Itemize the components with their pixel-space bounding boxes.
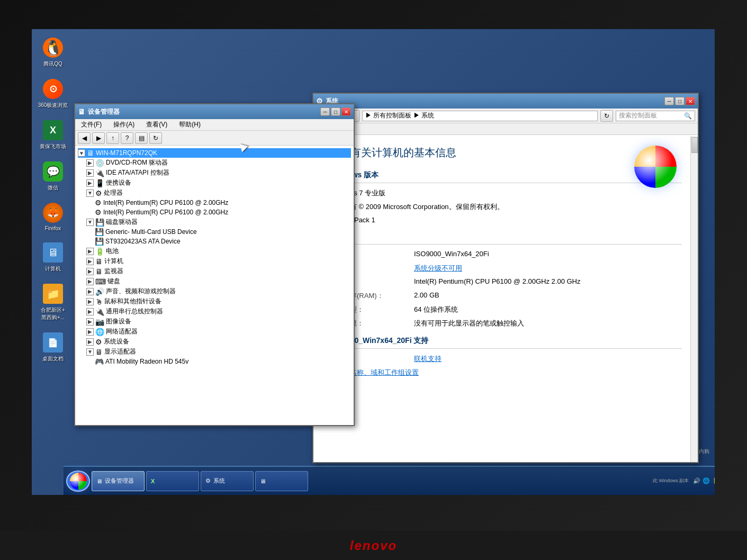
tree-toggle-dvd[interactable]: ▶ [86,159,94,167]
address-box[interactable]: ▶ 所有控制面板 ▶ 系统 [362,111,598,121]
tray-icon-2: 🌐 [703,477,710,484]
maximize-button[interactable]: □ [331,107,340,116]
audio-icon: 🔊 [95,287,104,296]
sidebar-item-360[interactable]: ⊙ 360极速浏览 [34,78,71,109]
tree-keyboard[interactable]: ▶ ⌨ 键盘 [78,276,351,286]
search-box[interactable]: 搜索控制面板 🔍 [616,111,695,121]
toolbar-back[interactable]: ◀ [78,132,91,144]
scrollbar-thumb[interactable] [691,137,698,153]
tree-disk-label: 磁盘驱动器 [106,218,138,227]
sysinfo-window-controls: ─ □ ✕ [664,97,695,105]
tree-dvd[interactable]: ▶ 💿 DVD/CD-ROM 驱动器 [78,158,351,168]
tree-image[interactable]: ▶ 📷 图像设备 [78,317,351,327]
qq-icon: 🐧 [43,38,63,58]
start-button[interactable] [66,471,90,492]
toolbar-refresh[interactable]: ↻ [149,132,162,144]
sidebar-item-folder[interactable]: 📁 合肥新区+黑西购+... [34,283,71,321]
sysinfo-maximize-button[interactable]: □ [675,97,685,105]
dvd-icon: 💿 [95,159,104,167]
toolbar-up[interactable]: ↑ [106,132,119,144]
tree-portable[interactable]: ▶ 📱 便携设备 [78,178,351,188]
sysinfo-close-button[interactable]: ✕ [686,97,695,105]
toolbar-help[interactable]: ? [121,132,133,144]
taskbar-dm-icon: 🖥 [96,478,102,484]
tree-ide-label: IDE ATA/ATAPI 控制器 [106,168,169,177]
windows-copyright-row: 版权所有 © 2009 Microsoft Corporation。保留所有权利… [329,202,682,212]
sidebar-item-wechat[interactable]: 💬 微信 [34,161,71,192]
menu-help[interactable]: 帮助(H) [176,119,204,130]
tree-toggle-processor[interactable]: ▼ [86,189,94,197]
menu-view[interactable]: 查看(V) [143,119,170,130]
tree-ati[interactable]: 🎮 ATI Mobility Radeon HD 545v [78,357,351,366]
tree-toggle-portable[interactable]: ▶ [86,179,94,187]
tree-ide[interactable]: ▶ 🔌 IDE ATA/ATAPI 控制器 [78,168,351,178]
tree-cpu1[interactable]: ⚙ Intel(R) Pentium(R) CPU P6100 @ 2.00GH… [78,198,351,207]
tree-st-label: ST9320423AS ATA Device [105,238,181,245]
tree-usb-ctrl[interactable]: ▶ 🔌 通用串行总线控制器 [78,306,351,317]
tree-usb[interactable]: 💾 Generic- Multi-Card USB Device [78,227,351,237]
scrollbar[interactable] [690,136,698,462]
tree-toggle-root[interactable]: ▼ [78,149,85,157]
sidebar-item-firefox[interactable]: 🦊 Firefox [34,202,71,231]
tree-toggle-usb-ctrl[interactable]: ▶ [86,308,94,315]
computer-name-value[interactable]: 计算机名称、域和工作组设置 [329,368,682,377]
manufacturer-row: 制造商： ISO9000_Win7x64_20Fi [329,250,682,259]
taskbar-device-manager[interactable]: 🖥 设备管理器 [92,471,145,491]
sidebar-item-qq[interactable]: 🐧 腾讯QQ [34,37,71,68]
tree-toggle-keyboard[interactable]: ▶ [86,278,94,285]
website-value[interactable]: 联机支持 [414,354,682,364]
tree-toggle-ide[interactable]: ▶ [86,169,94,177]
taskbar: 🖥 设备管理器 X ⚙ 系统 🖥 此 Windows 副本 🔊 🌐 🔋 [64,466,715,495]
tree-toggle-battery[interactable]: ▶ [86,248,94,255]
tree-toggle-disk[interactable]: ▼ [86,219,94,226]
tree-network[interactable]: ▶ 🌐 网络适配器 [78,327,351,337]
device-manager-content: ▼ 🖥 WIN-M71RQPN72QK ▶ 💿 DVD/CD-ROM 驱动器 ▶… [75,146,354,425]
tree-audio[interactable]: ▶ 🔊 声音、视频和游戏控制器 [78,286,351,296]
website-row: 网站： 联机支持 [329,354,682,364]
tree-display[interactable]: ▼ 🖥 显示适配器 [78,347,351,357]
tree-toggle-sysdev[interactable]: ▶ [86,338,94,346]
rating-row: 分级： 系统分级不可用 [329,264,682,273]
tree-mouse[interactable]: ▶ 🖱 鼠标和其他指针设备 [78,296,351,306]
sidebar-item-computer[interactable]: 🖥 计算机 [34,242,71,273]
minimize-button[interactable]: ─ [320,107,330,116]
tree-battery[interactable]: ▶ 🔋 电池 [78,246,351,256]
menu-action[interactable]: 操作(A) [110,119,138,130]
tree-st[interactable]: 💾 ST9320423AS ATA Device [78,237,351,246]
tree-toggle-monitor[interactable]: ▶ [86,268,94,275]
tree-dvd-label: DVD/CD-ROM 驱动器 [106,158,168,167]
tree-toggle-image[interactable]: ▶ [86,318,94,326]
sysinfo-main-title: 查看有关计算机的基本信息 [329,146,682,160]
manufacturer-value: ISO9000_Win7x64_20Fi [414,250,682,259]
taskbar-system[interactable]: ⚙ 系统 [201,471,254,491]
sysinfo-menubar: (T) 帮助(H) [313,123,698,135]
laptop-shell: 🐧 腾讯QQ ⊙ 360极速浏览 X 黄保飞市场 💬 微信 [0,0,747,560]
tree-processor[interactable]: ▼ ⚙ 处理器 [78,188,351,198]
tray-icon-1: 🔊 [693,477,700,484]
tree-toggle-display[interactable]: ▼ [86,348,94,356]
rating-value[interactable]: 系统分级不可用 [414,264,682,273]
sidebar-item-docs[interactable]: 📄 桌面文档 [34,332,71,363]
tree-cpu2[interactable]: ⚙ Intel(R) Pentium(R) CPU P6100 @ 2.00GH… [78,207,351,217]
tree-toggle-network[interactable]: ▶ [86,328,94,336]
tree-toggle-audio[interactable]: ▶ [86,288,94,295]
menu-file[interactable]: 文件(F) [78,119,105,130]
toolbar-forward[interactable]: ▶ [92,132,105,144]
nav-refresh-btn[interactable]: ↻ [600,110,613,122]
tree-toggle-mouse[interactable]: ▶ [86,298,94,305]
tree-sysdev-label: 系统设备 [104,337,129,346]
network-icon: 🌐 [95,328,104,336]
close-button[interactable]: ✕ [341,107,351,116]
tree-toggle-computer[interactable]: ▶ [86,258,94,265]
tree-sysdev[interactable]: ▶ ⚙ 系统设备 [78,337,351,347]
tree-computer[interactable]: ▶ 🖥 计算机 [78,256,351,266]
toolbar-view[interactable]: ▤ [135,132,148,144]
taskbar-excel[interactable]: X [146,471,199,491]
sidebar-item-excel[interactable]: X 黄保飞市场 [34,120,71,150]
taskbar-system-icon: ⚙ [205,477,211,484]
tree-disk[interactable]: ▼ 💾 磁盘驱动器 [78,217,351,227]
tree-monitor[interactable]: ▶ 🖥 监视器 [78,266,351,276]
taskbar-extra[interactable]: 🖥 [255,471,308,491]
tree-root[interactable]: ▼ 🖥 WIN-M71RQPN72QK [78,148,351,158]
sysinfo-minimize-button[interactable]: ─ [664,97,674,105]
